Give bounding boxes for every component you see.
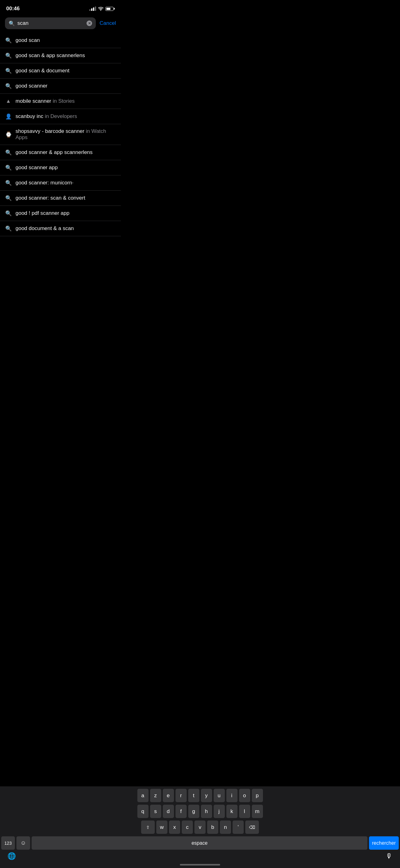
suggestion-text: good scanner & app scannerlens [15, 149, 93, 156]
search-icon: 🔍 [5, 67, 12, 74]
person-icon: 👤 [5, 113, 12, 120]
signal-icon [89, 6, 96, 11]
search-icon: 🔍 [5, 210, 12, 217]
search-icon: 🔍 [5, 149, 12, 156]
suggestion-text: good scan & document [15, 68, 69, 74]
search-input[interactable]: scan [18, 20, 84, 26]
search-icon: 🔍 [5, 83, 12, 89]
suggestion-text: good document & a scan [15, 225, 74, 231]
battery-icon [105, 7, 115, 11]
suggestion-text: good scanner: municorn· [15, 180, 73, 186]
status-time: 00:46 [6, 6, 20, 12]
search-icon: 🔍 [5, 164, 12, 171]
wifi-icon [98, 6, 104, 11]
suggestion-text: good scanner: scan & convert [15, 195, 85, 201]
suggestion-text: good ! pdf scanner app [15, 210, 69, 216]
suggestion-text: good scanner app [15, 164, 58, 171]
suggestion-text: scanbuy inc in Developers [15, 113, 77, 120]
search-icon: 🔍 [5, 195, 12, 202]
suggestion-text: good scanner [15, 83, 47, 89]
search-icon: 🔍 [5, 52, 12, 59]
suggestion-text: good scan & app scannerlens [15, 53, 85, 59]
suggestion-item[interactable]: 🔍good scanner: scan & convert [0, 191, 121, 206]
suggestion-item[interactable]: ▲mobile scanner in Stories [0, 94, 121, 109]
search-icon: 🔍 [5, 180, 12, 186]
clear-button[interactable]: ✕ [87, 21, 92, 26]
cancel-button[interactable]: Cancel [100, 20, 116, 26]
stories-icon: ▲ [5, 98, 12, 104]
suggestion-text: mobile scanner in Stories [15, 98, 75, 104]
suggestion-text: good scan [15, 37, 40, 43]
status-icons [89, 6, 115, 11]
status-bar: 00:46 [0, 0, 121, 15]
suggestion-item[interactable]: 🔍good scanner [0, 79, 121, 94]
suggestion-item[interactable]: 🔍good scanner: municorn· [0, 176, 121, 191]
watch-icon: ⌚ [5, 131, 12, 138]
search-icon: 🔍 [5, 37, 12, 44]
search-bar-row: 🔍 scan ✕ Cancel [0, 15, 121, 33]
suggestion-item[interactable]: 🔍good scan [0, 33, 121, 48]
search-input-wrap[interactable]: 🔍 scan ✕ [5, 18, 96, 29]
suggestion-item[interactable]: 🔍good scanner app [0, 160, 121, 176]
suggestion-item[interactable]: 🔍good document & a scan [0, 221, 121, 236]
suggestion-text: shopsavvy - barcode scanner in Watch App… [15, 128, 116, 141]
suggestion-item[interactable]: ⌚shopsavvy - barcode scanner in Watch Ap… [0, 124, 121, 145]
suggestion-item[interactable]: 🔍good scanner & app scannerlens [0, 145, 121, 160]
search-icon: 🔍 [9, 21, 15, 26]
search-icon: 🔍 [5, 225, 12, 232]
suggestion-item[interactable]: 🔍good scan & document [0, 63, 121, 79]
suggestions-list: 🔍good scan🔍good scan & app scannerlens🔍g… [0, 33, 121, 236]
suggestion-item[interactable]: 🔍good ! pdf scanner app [0, 206, 121, 221]
suggestion-item[interactable]: 🔍good scan & app scannerlens [0, 48, 121, 63]
suggestion-item[interactable]: 👤scanbuy inc in Developers [0, 109, 121, 124]
